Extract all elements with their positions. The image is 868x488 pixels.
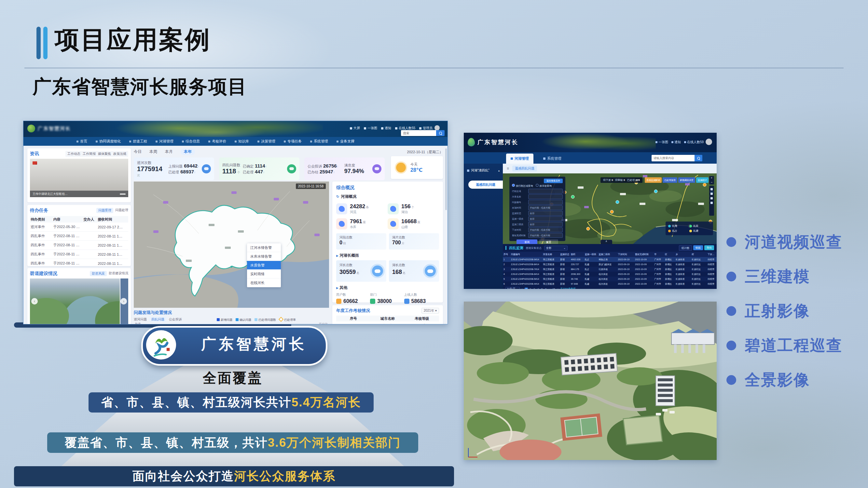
portal-nav-tab[interactable]: 碧道工程 xyxy=(125,137,151,146)
search-button[interactable] xyxy=(436,130,444,136)
filter-control[interactable]: 全部 xyxy=(528,216,563,221)
monitor-row[interactable]: 1ZJSJZ-ZJHPH202208-9#14珠江前航道新增4902.028乱占… xyxy=(503,257,717,262)
portal-nav-tab[interactable]: 考核评价 xyxy=(204,137,230,146)
filter-control[interactable] xyxy=(528,189,563,194)
prev-page-icon[interactable]: ‹ xyxy=(522,288,523,289)
news-video-thumbnail[interactable]: 王伟中调研北江大型枢纽… xyxy=(30,159,128,197)
page-number[interactable]: 1 xyxy=(525,288,528,289)
monitor-action-button[interactable]: 统计图 xyxy=(679,245,692,251)
alert-option[interactable]: 在线河长 xyxy=(247,279,281,287)
filter-reset-button[interactable]: 重置 xyxy=(539,239,558,244)
page-number[interactable]: 4 xyxy=(536,288,539,289)
map-action-button[interactable]: 遥感监测解译 xyxy=(645,177,662,183)
filter-control[interactable] xyxy=(528,194,563,199)
portal-nav-tab[interactable]: 专项任务 xyxy=(280,137,306,146)
filter-control[interactable]: 开始日期 - 结束日期 xyxy=(528,227,563,232)
page-number[interactable]: 2 xyxy=(529,288,532,289)
monitor-row[interactable]: 5ZJSJZ-ZJHPH202208-5#14珠江前航道新增39.746乱建临河… xyxy=(503,276,717,282)
monitor-row[interactable]: 4ZJSJZ-ZJHPH202208-6#14珠江前航道新增2096.300乱建… xyxy=(503,272,717,276)
sidebar-item-siluan[interactable]: 遥感四乱问题 xyxy=(468,181,503,189)
monitor-row[interactable]: 2ZJSJZ-ZJHPH202208-8#14珠江前航道新增226.727乱建新… xyxy=(503,262,717,267)
issues-tab-siluan[interactable]: 四乱问题 xyxy=(149,317,166,322)
issues-tab-patrol[interactable]: 巡河问题 xyxy=(134,317,147,322)
gis-tab-system[interactable]: 系统管理 xyxy=(539,154,566,164)
news-tab[interactable]: 政策法规 xyxy=(113,152,126,156)
next-page-icon[interactable]: › xyxy=(558,288,558,289)
carousel-dots[interactable] xyxy=(30,324,128,324)
map-action-button[interactable]: 监测统计 xyxy=(696,177,709,183)
portal-header-item[interactable]: 在线人数55 xyxy=(395,126,415,130)
gis-header-item[interactable]: 在线人数59 xyxy=(684,140,704,144)
page-size-select[interactable]: 50条/页 ⌄ xyxy=(505,287,520,289)
portal-header-item[interactable]: 管理员 xyxy=(419,126,433,130)
table-row[interactable]: 四乱事件于2022-08-11 …2022-08-11 1… xyxy=(30,241,128,250)
page-number[interactable]: … xyxy=(548,288,551,289)
gis-avatar[interactable] xyxy=(706,139,712,145)
portal-nav-tab[interactable]: 综合信息 xyxy=(178,137,204,146)
portal-nav-tab[interactable]: 首页 xyxy=(72,137,91,146)
map-toolbar[interactable] xyxy=(709,186,714,216)
portal-header-item[interactable]: 一张图 xyxy=(364,126,377,130)
search-input[interactable] xyxy=(401,130,436,136)
map-action-button[interactable]: 参数阈值设定 xyxy=(678,177,695,183)
todo-link-accept[interactable]: 问题受理 xyxy=(96,208,113,213)
filter-control[interactable] xyxy=(528,200,563,205)
map-zoom-control[interactable]: +− xyxy=(709,176,714,185)
sidebar-group-label[interactable]: 河湖“清四乱” xyxy=(471,168,490,173)
page-number[interactable]: 3 xyxy=(532,288,536,289)
filter-search-button[interactable]: 查询 xyxy=(517,239,537,244)
table-row[interactable]: 四乱事件于2022-08-11 …2022-08-11 1… xyxy=(30,232,128,241)
page-number[interactable]: 6 xyxy=(544,288,548,289)
status-select[interactable]: 全部⌄ xyxy=(544,246,567,251)
assessment-row[interactable]: 1广州市优秀 xyxy=(336,321,439,324)
greenway-link-progress[interactable]: 碧道建设情况 xyxy=(109,271,128,276)
back-overview-button[interactable]: 返回整体态势 xyxy=(544,178,563,183)
portal-nav-tab[interactable]: 系统管理 xyxy=(306,137,332,146)
map-action-button[interactable]: 已处理复核 xyxy=(663,177,677,183)
page-number[interactable]: 5 xyxy=(540,288,544,289)
news-tab[interactable]: 工作简报 xyxy=(83,152,96,156)
portal-nav-tab[interactable]: 协同调度细化 xyxy=(91,137,125,146)
news-tab[interactable]: 媒体聚焦 xyxy=(98,152,111,156)
period-tab[interactable]: 本周 xyxy=(149,149,157,155)
alert-option[interactable]: 水质告警 xyxy=(247,261,281,270)
radio-by-region[interactable]: 按行政区域查询 xyxy=(512,184,533,188)
todo-link-handle[interactable]: 问题处理 xyxy=(115,208,128,213)
monitor-action-button[interactable]: 导出 xyxy=(704,245,714,250)
filter-control[interactable]: 开始日期 - 结束日期 xyxy=(528,233,563,238)
monitor-row[interactable]: 3ZJSJZ-ZJHPH202208-7#14珠江前航道新增884.175乱占坑… xyxy=(503,267,717,272)
video-progress[interactable] xyxy=(120,194,126,195)
portal-header-item[interactable]: 通知 xyxy=(381,126,391,130)
gis-satellite-map[interactable]: 返回整体态势 按行政区域查询 按河道查询 行政区域 河道名称 xyxy=(503,173,717,244)
portal-nav-tab[interactable]: 河湖管理 xyxy=(151,137,178,146)
alert-option[interactable]: 实时雨情 xyxy=(247,270,281,279)
alert-option[interactable]: 江河水情告警 xyxy=(247,243,281,252)
gis-search-button[interactable] xyxy=(694,155,702,161)
filter-control[interactable]: 全部 xyxy=(528,211,563,216)
monitor-row[interactable]: 6ZJSJZ-ZJHPH202208-4#14珠江前航道新增97.648乱建临河… xyxy=(503,282,717,286)
portal-scrollbar[interactable] xyxy=(445,148,447,210)
monitor-action-button[interactable]: 收起 xyxy=(693,245,703,250)
year-select[interactable]: 2021年 ▾ xyxy=(422,308,439,314)
alert-option[interactable]: 水库水情告警 xyxy=(247,252,281,261)
breadcrumb-chip[interactable]: 遥感四乱问题 xyxy=(512,166,537,171)
table-row[interactable]: 四乱事件于2022-08-11 …2022-08-11 1… xyxy=(30,259,128,268)
portal-header-item[interactable]: 大屏 xyxy=(350,126,360,130)
map-collapse-button[interactable]: ∧ xyxy=(600,240,612,244)
table-row[interactable]: 巡河事件于2022-05-30 …2022-09-17 2… xyxy=(30,223,128,232)
radio-by-river[interactable]: 按河道查询 xyxy=(536,184,552,188)
portal-nav-tab[interactable]: 决策管理 xyxy=(253,137,280,146)
gis-header-item[interactable]: 通知 xyxy=(672,140,681,144)
carousel-prev-button[interactable]: ‹ xyxy=(31,298,38,304)
page-number[interactable]: 15 xyxy=(552,288,555,289)
carousel-next-button[interactable]: › xyxy=(120,298,127,304)
period-tab[interactable]: 今日 xyxy=(134,149,142,155)
avatar[interactable] xyxy=(434,125,440,130)
issues-tab-complaint[interactable]: 公众投诉 xyxy=(169,317,182,322)
portal-nav-tab[interactable]: 业务支撑 xyxy=(332,137,359,146)
menu-icon[interactable]: ≡ xyxy=(507,166,509,171)
period-tab[interactable]: 本月 xyxy=(165,149,173,155)
portal-nav-tab[interactable]: 知识库 xyxy=(230,137,253,146)
period-tab[interactable]: 本年 xyxy=(181,148,195,155)
table-row[interactable]: 四乱事件于2022-08-11 …2022-08-11 1… xyxy=(30,250,128,259)
